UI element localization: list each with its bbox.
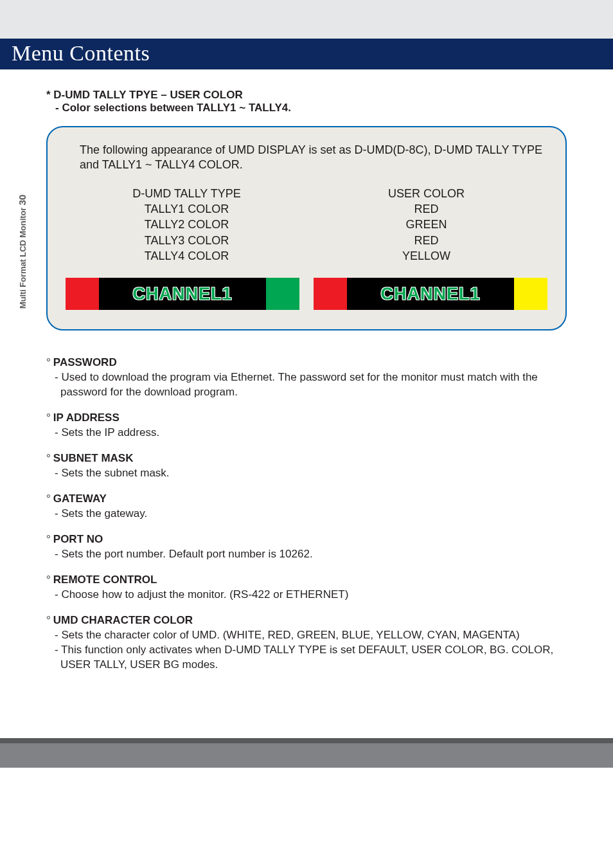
ch2-right-seg [514,278,547,310]
umd-panel: The following appearance of UMD DISPLAY … [46,126,567,330]
head-text: GATEWAY [53,493,107,505]
setting-right-1: RED [306,201,546,217]
settings-right-col: USER COLOR RED GREEN RED YELLOW [306,186,546,264]
intro-star-line: * D-UMD TALLY TPYE – USER COLOR [46,89,567,102]
settings-left-col: D-UMD TALLY TYPE TALLY1 COLOR TALLY2 COL… [67,186,306,264]
item-port-no: °PORT NO - Sets the port number. Default… [46,533,567,562]
head-text: PASSWORD [53,356,117,368]
ch2-label: CHANNEL1 [380,284,480,304]
intro-sub-line: - Color selections between TALLY1 ~ TALL… [46,102,567,114]
bottom-white-gap [0,700,613,738]
intro-block: * D-UMD TALLY TPYE – USER COLOR - Color … [46,89,567,114]
side-label-page: 30 [17,195,28,206]
item-head-gateway: °GATEWAY [46,493,567,505]
head-text: REMOTE CONTROL [53,574,157,586]
page-title-bar: Menu Contents [0,39,613,69]
setting-left-2: TALLY2 COLOR [67,217,306,232]
item-body-umdcc-1: - This function only activates when D-UM… [46,643,567,673]
item-body-remote-0: - Choose how to adjust the monitor. (RS-… [46,588,567,602]
channel-box-1: CHANNEL1 [66,278,299,310]
item-body-password-0: - Used to download the program via Ether… [46,370,567,400]
head-text: UMD CHARACTER COLOR [53,614,193,626]
item-ip-address: °IP ADDRESS - Sets the IP address. [46,411,567,440]
head-text: SUBNET MASK [53,452,134,464]
setting-left-4: TALLY4 COLOR [67,248,306,264]
setting-left-3: TALLY3 COLOR [67,233,306,248]
panel-note: The following appearance of UMD DISPLAY … [80,143,546,173]
ch1-label: CHANNEL1 [132,284,232,304]
item-umd-char-color: °UMD CHARACTER COLOR - Sets the characte… [46,614,567,673]
item-head-password: °PASSWORD [46,356,567,369]
side-label-text: Multi Format LCD Monitor [18,208,28,309]
ch1-left-seg [66,278,99,310]
setting-right-3: RED [306,233,546,248]
setting-right-0: USER COLOR [306,186,546,201]
page-content: * D-UMD TALLY TPYE – USER COLOR - Color … [0,69,613,700]
item-gateway: °GATEWAY - Sets the gateway. [46,493,567,521]
ch1-right-seg [266,278,299,310]
side-page-label: Multi Format LCD Monitor 30 [17,195,28,309]
setting-left-1: TALLY1 COLOR [67,201,306,217]
ch2-mid: CHANNEL1 [347,278,514,310]
settings-row: D-UMD TALLY TYPE TALLY1 COLOR TALLY2 COL… [67,186,546,264]
channel-row: CHANNEL1 CHANNEL1 [66,278,547,310]
item-body-umdcc-0: - Sets the character color of UMD. (WHIT… [46,628,567,643]
setting-left-0: D-UMD TALLY TYPE [67,186,306,201]
ch1-mid: CHANNEL1 [99,278,266,310]
item-head-port: °PORT NO [46,533,567,546]
item-password: °PASSWORD - Used to download the program… [46,356,567,400]
channel-box-2: CHANNEL1 [314,278,547,310]
item-subnet-mask: °SUBNET MASK - Sets the subnet mask. [46,452,567,481]
item-body-subnet-0: - Sets the subnet mask. [46,466,567,481]
item-head-subnet: °SUBNET MASK [46,452,567,465]
item-remote-control: °REMOTE CONTROL - Choose how to adjust t… [46,574,567,602]
head-text: IP ADDRESS [53,411,120,424]
setting-right-4: YELLOW [306,248,546,264]
top-strip [0,0,613,39]
page-title: Menu Contents [12,41,150,65]
item-body-ip-0: - Sets the IP address. [46,426,567,440]
item-head-umdcc: °UMD CHARACTER COLOR [46,614,567,627]
footer-band [0,738,613,768]
item-body-port-0: - Sets the port number. Default port num… [46,547,567,562]
ch2-left-seg [314,278,347,310]
setting-right-2: GREEN [306,217,546,232]
head-text: PORT NO [53,533,103,545]
item-head-remote: °REMOTE CONTROL [46,574,567,586]
item-head-ip: °IP ADDRESS [46,411,567,424]
item-body-gateway-0: - Sets the gateway. [46,507,567,521]
